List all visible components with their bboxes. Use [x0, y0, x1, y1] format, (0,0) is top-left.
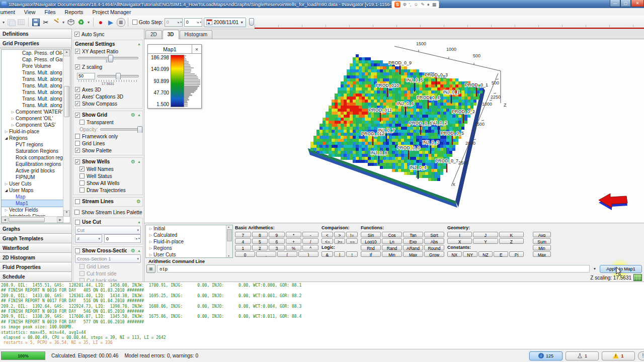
setting-axes-captions-3d[interactable]: ✓Axes' Captions 3D	[73, 93, 142, 100]
warnings-button[interactable]: 1	[602, 351, 635, 360]
calc-button-rand[interactable]: Rand	[382, 245, 402, 250]
collapsed-icon[interactable]: ▷	[148, 227, 153, 231]
tree-item-pvt-regions[interactable]: PVT regions	[2, 141, 63, 148]
tree-item-fluid-in-place[interactable]: ▷Fluid-in-place	[2, 128, 63, 135]
checkbox[interactable]: ✓	[75, 64, 80, 69]
calc-button-[interactable]: ^	[302, 245, 318, 250]
setting-show-compass[interactable]: ✓Show Compass	[73, 100, 142, 107]
toolbar-overflow-icon[interactable]: ▾	[1, 17, 6, 27]
checkbox[interactable]	[79, 188, 85, 193]
ime-pen-icon[interactable]: ✎	[421, 2, 425, 8]
tree-vscrollbar[interactable]: ▲▼	[63, 50, 70, 217]
tree-item-active-grid-blocks[interactable]: Active grid blocks	[2, 167, 63, 174]
group-header-stream-lines[interactable]: Stream Lines⚙	[73, 198, 142, 205]
tree-item-trans-mult-along-x[interactable]: Trans. Mult. along X	[2, 69, 63, 76]
collapsed-icon[interactable]: ▷	[4, 208, 9, 212]
calc-tree-initial[interactable]: ▷Initial	[146, 225, 232, 232]
checkbox[interactable]: ✓	[75, 94, 80, 99]
date-combo[interactable]: 2008/11/01 ▼	[204, 18, 246, 27]
collapsed-icon[interactable]: ▷	[148, 246, 153, 250]
setting-axes-3d[interactable]: ✓Axes 3D	[73, 86, 142, 93]
collapsed-icon[interactable]: ▷	[10, 123, 16, 127]
calc-button-k[interactable]: K	[499, 232, 524, 237]
collapsed-icon[interactable]: ▷	[148, 240, 153, 244]
calc-button-exp[interactable]: Exp	[403, 238, 423, 244]
calc-tree-user-cuts[interactable]: ▷User Cuts	[146, 251, 232, 258]
menu-view[interactable]: View	[20, 9, 40, 15]
z-scaling-row[interactable]	[75, 72, 140, 79]
view-3d-canvas[interactable]: 1500100050050022501000Z150020002500XPROD…	[144, 39, 644, 223]
expanded-icon[interactable]: ◢	[4, 189, 9, 193]
calc-button-7[interactable]: 7	[235, 232, 251, 237]
setting-show-all-wells[interactable]: Show All Wells	[73, 179, 142, 187]
tree-item-trans-mult-along-y[interactable]: Trans. Mult. along Y-	[2, 96, 63, 102]
command-history-dropdown-icon[interactable]: ▼	[591, 265, 598, 273]
tree-item-cap-press-of-oil-water[interactable]: Cap. Press. of Oil-Water	[2, 50, 63, 56]
save-button[interactable]	[31, 17, 41, 27]
setting-well-names[interactable]: ✓Well Names	[73, 165, 142, 172]
calc-button-nz[interactable]: NZ	[478, 251, 493, 257]
legend-close-button[interactable]: ×	[192, 45, 201, 53]
tab-2d[interactable]: 2D	[145, 30, 162, 39]
calc-button-y[interactable]: Y	[473, 238, 498, 244]
info-messages-button[interactable]: i 125	[529, 351, 562, 360]
collapse-icon[interactable]: ▲	[137, 160, 141, 163]
checkbox[interactable]	[75, 141, 80, 146]
calc-button-arand[interactable]: ARand	[403, 245, 423, 250]
checkbox[interactable]: ✓	[75, 49, 80, 54]
calc-button-sqrt[interactable]: Sqrt	[424, 232, 444, 237]
tree-item-trans-mult-along-z[interactable]: Trans. Mult. along Z-	[2, 102, 63, 109]
z-scaling-slider[interactable]: 17.5631	[73, 70, 142, 86]
ime-lang-icon[interactable]: Ф	[403, 2, 407, 8]
calc-tree-regions[interactable]: ▷Regions	[146, 245, 232, 251]
calc-button-grow[interactable]: Grow	[424, 251, 444, 257]
calc-button-tan[interactable]: Tan	[403, 232, 423, 237]
calc-button-abs[interactable]: Abs	[424, 238, 444, 244]
section-2d-histogram[interactable]: 2D Histogram	[0, 252, 71, 262]
slider-track[interactable]	[77, 57, 138, 59]
calc-button-8[interactable]: 8	[252, 232, 268, 237]
slider-thumb[interactable]	[116, 73, 121, 80]
tab-histogram[interactable]: Histogram	[180, 30, 213, 39]
grid-calc-icon[interactable]	[633, 274, 642, 281]
calc-button-[interactable]: ==	[346, 238, 358, 244]
collapse-icon[interactable]: ▲	[137, 42, 141, 46]
tree-item-regions[interactable]: ◢Regions	[2, 135, 63, 141]
tree-item-saturation-regions[interactable]: Saturation Regions	[2, 148, 63, 154]
tree-item-component-gas[interactable]: ▷Component 'GAS'	[2, 122, 63, 128]
calc-button-e[interactable]: E	[494, 251, 508, 257]
calc-button-rnd[interactable]: Rnd	[361, 245, 381, 250]
setting-grid-lines[interactable]: Grid Lines	[73, 140, 142, 147]
calc-button-sum[interactable]: Sum	[533, 238, 551, 244]
gear-icon[interactable]: ⚙	[131, 112, 135, 118]
calc-button-0[interactable]: 0	[235, 251, 255, 257]
calc-button-ny[interactable]: NY	[463, 251, 477, 257]
tree-item-trans-mult-along-x[interactable]: Trans. Mult. along X-	[2, 89, 63, 96]
calc-tree-fluid-in-place[interactable]: ▷Fluid-in-place	[146, 238, 232, 245]
calc-button-sin[interactable]: Sin	[361, 232, 381, 237]
checkbox[interactable]	[75, 134, 80, 139]
sogou-ime-bar[interactable]: S Ф ’, ☺ ✎ ♦ ▦	[391, 1, 439, 8]
calc-button-x[interactable]: X	[447, 238, 472, 244]
tree-item-trans-mult-along-y[interactable]: Trans. Mult. along Y	[2, 76, 63, 82]
play-button[interactable]: ▶	[106, 17, 116, 27]
step-spinner[interactable]: 0▲▼	[184, 18, 202, 27]
calc-button-min[interactable]: Min	[382, 251, 402, 257]
tree-item-user-maps[interactable]: ◢User Maps	[2, 187, 63, 194]
gear-icon[interactable]: ⚙	[131, 159, 135, 164]
calc-button-[interactable]: >=	[334, 238, 346, 244]
calc-button-[interactable]: *	[286, 232, 302, 237]
checkbox[interactable]	[79, 180, 85, 186]
checkbox[interactable]	[75, 199, 80, 204]
tree-item-trans-mult-along-z[interactable]: Trans. Mult. along Z	[2, 82, 63, 89]
calc-tree-scrollbar[interactable]	[226, 225, 232, 257]
calc-button-z[interactable]: Z	[499, 238, 524, 244]
section-grid-properties[interactable]: Grid Properties	[0, 38, 71, 48]
close-button[interactable]: ✕	[631, 0, 644, 7]
checkbox[interactable]: ✓	[79, 166, 85, 171]
setting-draw-trajectories[interactable]: Draw Trajectories	[73, 187, 142, 194]
menu-project-manager[interactable]: Project Manager	[88, 9, 135, 15]
aspect-ratio-slider[interactable]: 1:1	[73, 55, 142, 63]
tree-item-fipnum[interactable]: FIPNUM	[2, 174, 63, 180]
calc-button-[interactable]: /	[302, 238, 318, 244]
